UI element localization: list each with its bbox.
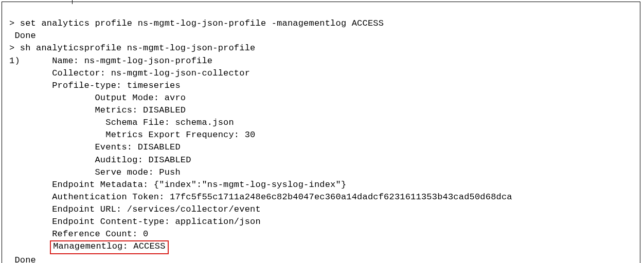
field-metrics: Metrics: DISABLED [9,105,186,115]
field-events: Events: DISABLED [9,142,181,152]
field-collector: Collector: ns-mgmt-log-json-collector [9,68,250,78]
field-name: Name: ns-mgmt-log-json-profile [20,56,212,66]
command-1: set analytics profile ns-mgmt-log-json-p… [14,18,384,28]
field-serve-mode: Serve mode: Push [9,167,181,177]
field-metrics-freq: Metrics Export Frequency: 30 [9,130,255,140]
field-reference-count: Reference Count: 0 [9,229,148,239]
field-auth-token: Authentication Token: 17fc5f55c1711a248e… [9,192,512,202]
field-managementlog-highlighted: Managementlog: ACCESS [50,240,168,254]
field-output-mode: Output Mode: avro [9,93,186,103]
prompt-2[interactable]: > [9,43,14,53]
result-1: Done [9,31,36,41]
field-content-type: Endpoint Content-type: application/json [9,217,261,227]
command-2: sh analyticsprofile ns-mgmt-log-json-pro… [14,43,255,53]
field-auditlog: Auditlog: DISABLED [9,155,191,165]
result-2: Done [9,255,36,263]
mgmtlog-indent [9,241,52,251]
field-endpoint-url: Endpoint URL: /services/collector/event [9,204,261,214]
terminal-output: > set analytics profile ns-mgmt-log-json… [2,2,640,263]
text-cursor [72,0,73,4]
field-endpoint-metadata: Endpoint Metadata: {"index":"ns-mgmt-log… [9,180,346,190]
item-index: 1) [9,56,20,66]
field-profile-type: Profile-type: timeseries [9,81,181,90]
field-schema-file: Schema File: schema.json [9,118,234,127]
prompt-1[interactable]: > [9,18,14,28]
